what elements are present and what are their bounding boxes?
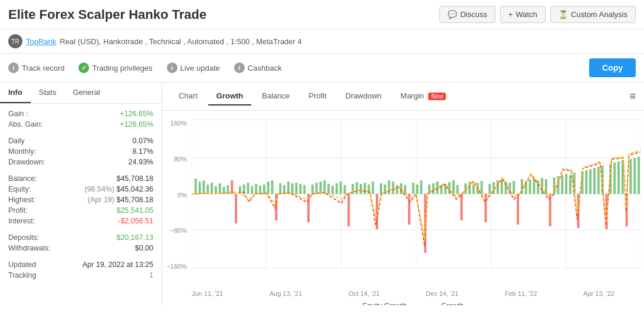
equity-value: (98.54%) $45,042.36 [84,185,153,193]
toprank-link[interactable]: TopRank [26,37,56,46]
svg-rect-121 [633,158,636,194]
badge-live-update: i Live update [167,62,220,73]
svg-rect-66 [412,183,415,194]
svg-rect-30 [267,182,270,194]
svg-rect-105 [569,175,571,194]
svg-rect-33 [279,183,281,194]
y-label-neg160: −160% [162,263,187,270]
info-row-abs-gain: Abs. Gain: +126.65% [8,120,153,128]
svg-rect-92 [517,194,519,225]
y-label-0: 0% [162,192,187,199]
svg-rect-120 [629,159,632,194]
tab-stats[interactable]: Stats [31,83,65,103]
growth-label: Growth [441,302,464,305]
svg-rect-38 [299,184,301,194]
abs-gain-value: +126.65% [120,120,153,128]
subheader-details: Real (USD), Hankotrade , Technical , Aut… [60,37,301,46]
svg-rect-15 [206,184,209,194]
profit-value: $25,541.05 [116,206,153,215]
svg-rect-68 [420,180,422,194]
highest-label: Highest: [8,196,35,204]
tracking-value: 1 [149,271,153,279]
deposits-value: $20,167.13 [116,233,153,242]
svg-rect-39 [303,185,305,194]
info-row-highest: Highest: (Apr 19) $45,708.18 [8,196,153,204]
chart-tab-drawdown[interactable]: Drawdown [337,87,390,106]
chart-tab-profit[interactable]: Profit [300,87,334,106]
copy-button[interactable]: Copy [589,58,636,77]
svg-rect-96 [533,179,535,194]
x-label-dec: Dec 14, '21 [426,290,458,297]
tab-general[interactable]: General [64,83,108,103]
svg-rect-112 [597,167,600,194]
svg-rect-42 [316,183,318,194]
trading-privileges-icon: ✓ [78,62,89,73]
svg-rect-62 [396,185,398,194]
svg-rect-103 [561,175,563,194]
svg-rect-49 [344,185,346,194]
svg-rect-110 [589,169,592,194]
svg-rect-16 [211,183,213,194]
drawdown-value: 24.93% [129,158,153,166]
x-label-oct: Oct 14, '21 [349,290,380,297]
badges-bar: i Track record ✓ Trading privileges i Li… [0,54,644,83]
info-row-withdrawals: Withdrawals: $0.00 [8,244,153,252]
svg-rect-13 [199,182,201,194]
svg-rect-97 [537,180,539,194]
track-record-icon: i [8,62,19,73]
custom-analysis-button[interactable]: ⏳ Custom Analysis [550,6,636,23]
equity-growth-label: Equity Growth [362,302,406,305]
balance-label: Balance: [8,174,37,183]
info-row-profit: Profit: $25,541.05 [8,206,153,215]
watch-button[interactable]: + Watch [500,6,546,23]
chart-tab-balance[interactable]: Balance [254,87,298,106]
header-actions: 💬 Discuss + Watch ⏳ Custom Analysis [439,6,636,23]
svg-rect-71 [432,183,435,194]
daily-label: Daily [8,137,25,145]
chart-tab-chart[interactable]: Chart [170,87,206,106]
svg-rect-61 [392,182,395,194]
svg-rect-78 [461,194,463,220]
info-row-updated: Updated Apr 19, 2022 at 13:25 [8,261,153,269]
y-label-160: 160% [162,120,187,127]
svg-rect-45 [327,184,330,194]
settings-icon[interactable]: ≡ [629,90,636,103]
gain-label: Gain : [8,110,28,118]
chart-tab-growth[interactable]: Growth [208,87,252,106]
svg-rect-64 [404,185,406,194]
svg-rect-37 [295,183,298,194]
svg-rect-46 [331,186,334,194]
gain-value: +126.65% [120,110,153,118]
info-row-tracking: Tracking 1 [8,271,153,279]
chart-tab-margin[interactable]: Margin New [392,87,454,106]
svg-rect-88 [501,180,503,194]
svg-rect-54 [364,183,366,194]
info-row-gain: Gain : +126.65% [8,110,153,118]
chart-area: 160% 80% 0% −80% −160% [162,111,644,305]
equity-pct: (98.54%) [84,185,114,193]
page-header: Elite Forex Scalper Hanko Trade 💬 Discus… [0,0,644,29]
info-row-monthly: Monthly: 8.17% [8,147,153,156]
svg-rect-83 [481,181,483,194]
svg-rect-36 [291,183,294,194]
info-row-daily: Daily 0.07% [8,137,153,145]
tab-info[interactable]: Info [0,83,31,103]
y-label-80: 80% [162,156,187,163]
clock-icon: ⏳ [558,10,568,19]
cashback-icon: i [234,62,245,73]
new-badge: New [428,93,446,100]
badge-track-record: i Track record [8,62,64,73]
info-row-equity: Equity: (98.54%) $45,042.36 [8,185,153,193]
x-label-apr: Apr 13, '22 [583,290,615,297]
abs-gain-label: Abs. Gain: [8,120,42,128]
avatar: TR [8,34,22,48]
legend-equity-growth: Equity Growth [342,302,406,305]
bar-group [195,157,640,253]
svg-rect-104 [565,174,567,194]
discuss-button[interactable]: 💬 Discuss [439,6,495,23]
interest-value: -$2,056.51 [118,217,153,225]
right-panel: Chart Growth Balance Profit Drawdown Mar… [162,83,644,305]
svg-rect-122 [638,157,640,194]
svg-rect-50 [347,194,350,226]
svg-rect-48 [340,182,342,194]
